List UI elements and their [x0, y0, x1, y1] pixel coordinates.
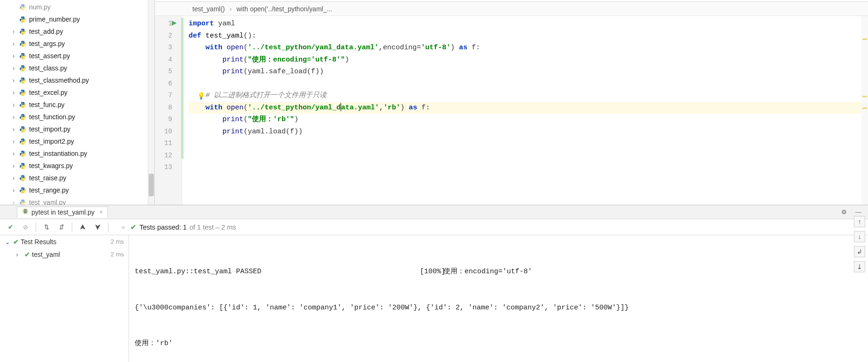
line-number[interactable]: 12	[155, 150, 182, 162]
project-file[interactable]: ›test_import2.py	[0, 135, 154, 147]
project-file[interactable]: ›test_raise.py	[0, 172, 154, 184]
console-line: {'\u3000companies': [{'id': 1, 'name': '…	[135, 302, 862, 314]
warning-mark[interactable]	[862, 39, 867, 40]
code-line[interactable]	[189, 78, 868, 90]
line-number[interactable]: 1	[155, 18, 182, 30]
chevron-right-icon[interactable]: ›	[10, 53, 17, 59]
code-line[interactable]: with open('../test_python/yaml_data.yaml…	[189, 102, 868, 114]
sort-by-duration-button[interactable]: ⇵	[55, 221, 68, 233]
error-stripe[interactable]	[861, 16, 868, 205]
project-file[interactable]: ›test_range.py	[0, 184, 154, 196]
test-tree[interactable]: ⌄ ✔ Test Results 2 ms › ✔ test_yaml 2 ms	[0, 235, 129, 362]
chevron-right-icon[interactable]: ›	[10, 114, 17, 120]
line-number[interactable]: 6	[155, 78, 182, 90]
line-number[interactable]: 5	[155, 66, 182, 78]
code-line[interactable]: print("使用：'rb'")	[189, 114, 868, 126]
chevron-right-icon[interactable]: ›	[10, 126, 17, 132]
line-number[interactable]: 7	[155, 90, 182, 102]
project-file[interactable]: ›test_classmethod.py	[0, 74, 154, 86]
code-line[interactable]	[189, 150, 868, 162]
show-ignored-button[interactable]: ⊘	[19, 221, 32, 233]
test-node-label: test_yaml	[32, 251, 111, 258]
breadcrumb-context[interactable]: with open('../test_python/yaml_...	[236, 5, 332, 13]
console-line: 使用：encoding='utf-8'	[443, 266, 532, 278]
collapse-all-button[interactable]: ⮟	[91, 221, 104, 233]
code-line[interactable]: print(yaml.safe_load(f))	[189, 66, 868, 78]
code-line[interactable]: import yaml	[189, 18, 868, 30]
editor-gutter[interactable]: ▶ 12345678910111213	[155, 16, 182, 205]
chevron-right-icon[interactable]: ›	[10, 138, 17, 145]
line-number[interactable]: 3	[155, 42, 182, 54]
breadcrumb-fn[interactable]: test_yaml()	[192, 5, 225, 13]
chevron-down-icon[interactable]: ⌄	[5, 238, 11, 246]
chevron-right-icon[interactable]: ›	[10, 77, 17, 84]
project-file[interactable]: ›test_yaml.py	[0, 196, 154, 205]
scroll-up-button[interactable]: ↑	[854, 216, 865, 227]
code-line[interactable]: def test_yaml():	[189, 30, 868, 42]
chevron-right-icon[interactable]: ›	[10, 28, 17, 35]
scroll-to-end-button[interactable]: ⤓	[854, 261, 865, 272]
chevron-right-icon[interactable]: ›	[10, 101, 17, 108]
line-number[interactable]: 8	[155, 102, 182, 114]
line-number[interactable]: 9	[155, 114, 182, 126]
chevron-right-icon[interactable]: ›	[10, 150, 17, 157]
code-line[interactable]	[189, 138, 868, 150]
soft-wrap-button[interactable]: ↲	[854, 246, 865, 257]
gear-icon[interactable]: ⚙	[841, 208, 847, 216]
project-file[interactable]: ›test_instantiation.py	[0, 147, 154, 160]
chevron-right-icon[interactable]: ›	[10, 162, 17, 169]
warning-mark[interactable]	[862, 108, 867, 109]
project-file[interactable]: ›test_class.py	[0, 62, 154, 74]
expand-all-button[interactable]: ⮝	[76, 221, 89, 233]
code-line[interactable]: print(yaml.load(f))	[189, 126, 868, 138]
scroll-down-button[interactable]: ↓	[854, 231, 865, 242]
project-file[interactable]: ›test_assert.py	[0, 50, 154, 62]
code-line[interactable]: with open('../test_python/yaml_data.yaml…	[189, 42, 868, 54]
chevron-right-icon[interactable]: ›	[10, 175, 17, 181]
python-file-icon	[19, 113, 26, 121]
test-node[interactable]: › ✔ test_yaml 2 ms	[0, 248, 129, 261]
intention-bulb-icon[interactable]: 💡	[197, 92, 205, 100]
line-number[interactable]: 11	[155, 138, 182, 150]
console-output[interactable]: test_yaml.py::test_yaml PASSED [100%] 使用…	[129, 235, 868, 362]
minimize-icon[interactable]: —	[855, 208, 861, 216]
chevron-right-icon[interactable]: ›	[10, 65, 17, 71]
chevron-right-icon[interactable]: ›	[10, 187, 17, 193]
chevron-right-icon[interactable]: ›	[10, 40, 17, 47]
project-file[interactable]: ›prime_number.py	[0, 13, 154, 25]
project-file[interactable]: ›test_func.py	[0, 99, 154, 111]
chevron-right-icon[interactable]: ›	[16, 251, 23, 258]
project-file[interactable]: ›test_excel.py	[0, 86, 154, 99]
file-label: test_class.py	[29, 64, 67, 72]
run-config-tab[interactable]: pytest in test_yaml.py ×	[17, 207, 108, 218]
sort-alphabetically-button[interactable]: ⇅	[40, 221, 53, 233]
test-root[interactable]: ⌄ ✔ Test Results 2 ms	[0, 235, 129, 248]
python-file-icon	[19, 162, 26, 169]
code-line[interactable]: print("使用：encoding='utf-8'")	[189, 54, 868, 66]
code-editor[interactable]: import yamldef test_yaml(): with open('.…	[182, 16, 868, 205]
chevron-right-icon[interactable]: ›	[10, 89, 17, 96]
project-file[interactable]: ›test_add.py	[0, 25, 154, 38]
close-icon[interactable]: ×	[99, 208, 103, 216]
breadcrumb[interactable]: test_yaml() › with open('../test_python/…	[155, 2, 868, 16]
line-number[interactable]: 10	[155, 126, 182, 138]
chevron-right-icon[interactable]: ›	[10, 199, 17, 205]
python-file-icon	[19, 64, 26, 72]
warning-mark[interactable]	[862, 96, 867, 97]
test-toolbar: ✔ ⊘ ⇅ ⇵ ⮝ ⮟ » ✔ Tests passed: 1 of 1 tes…	[0, 219, 868, 235]
project-file[interactable]: ›test_function.py	[0, 111, 154, 123]
project-scrollbar[interactable]	[148, 0, 154, 205]
code-line[interactable]	[189, 162, 868, 174]
line-number[interactable]: 4	[155, 54, 182, 66]
show-passed-button[interactable]: ✔	[4, 221, 17, 233]
scroll-thumb[interactable]	[149, 174, 154, 196]
file-label: test_range.py	[29, 186, 69, 194]
project-file[interactable]: ›test_import.py	[0, 123, 154, 135]
code-line[interactable]: # 以二进制格式打开一个文件用于只读	[189, 90, 868, 102]
run-gutter-icon[interactable]: ▶	[172, 19, 177, 26]
project-file[interactable]: ›num.py	[0, 1, 154, 13]
project-file[interactable]: ›test_kwagrs.py	[0, 160, 154, 172]
line-number[interactable]: 13	[155, 162, 182, 174]
project-file[interactable]: ›test_args.py	[0, 38, 154, 50]
line-number[interactable]: 2	[155, 30, 182, 42]
